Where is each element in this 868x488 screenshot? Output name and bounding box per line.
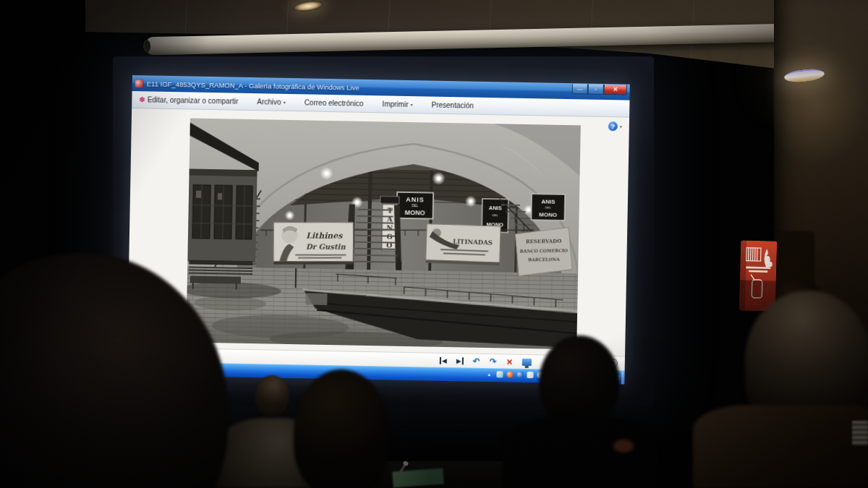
tray-blue-orb-icon[interactable] xyxy=(516,372,523,378)
reservado-wall-sign: RESERVADO BANCO COMERCIO BARCELONA xyxy=(515,227,572,275)
chevron-down-icon: ▾ xyxy=(284,100,286,105)
litinadas-billboard: LITINADAS xyxy=(425,223,501,265)
minimize-button[interactable]: — xyxy=(572,84,588,94)
fire-safety-sign xyxy=(739,240,778,311)
tray-chevron-icon[interactable]: ▴ xyxy=(488,371,493,377)
gallery-flower-icon: ✽ xyxy=(139,95,145,103)
svg-text:LITINADAS: LITINADAS xyxy=(453,238,493,247)
audience-head-silhouette xyxy=(294,369,389,488)
svg-text:DEL: DEL xyxy=(412,204,418,207)
tray-app-icon[interactable] xyxy=(496,371,503,377)
chevron-down-icon: ▾ xyxy=(410,102,412,107)
anis-del-mono-sign: ANIS DEL MONO xyxy=(531,194,565,221)
menu-correo-electronico[interactable]: Correo electrónico xyxy=(305,98,364,107)
svg-text:Lithines: Lithines xyxy=(306,231,343,241)
svg-text:ANIS: ANIS xyxy=(541,198,556,205)
svg-text:BARCELONA: BARCELONA xyxy=(528,257,560,262)
anis-del-mono-sign: ANIS DEL MONO xyxy=(396,192,433,219)
chevron-down-icon: ▾ xyxy=(620,124,622,129)
menu-edit-organize-share[interactable]: ✽ Editar, organizar o compartir xyxy=(139,95,238,106)
audience-shoulders xyxy=(693,405,868,488)
menu-presentacion[interactable]: Presentación xyxy=(431,101,474,110)
station-photograph: ANIS DEL MONO ANIS DEL MONO ANIS DEL xyxy=(186,118,581,349)
wall-lamp-glow xyxy=(765,42,868,165)
gallery-content-area: ? ▾ xyxy=(127,108,629,356)
previous-button[interactable]: ◀ xyxy=(440,357,447,364)
svg-text:DEL: DEL xyxy=(545,205,552,209)
speaker-head xyxy=(255,375,289,417)
audience-shoulders xyxy=(503,416,658,488)
svg-text:MONO: MONO xyxy=(404,209,425,217)
svg-text:ANIS: ANIS xyxy=(406,196,425,203)
tray-orange-orb-icon[interactable] xyxy=(506,372,513,378)
svg-text:N: N xyxy=(386,223,393,231)
rotate-left-button[interactable]: ↶ xyxy=(473,356,480,367)
svg-text:ANIS: ANIS xyxy=(489,205,502,211)
svg-text:MONO: MONO xyxy=(539,211,557,218)
conference-room-photo: E11 IGF_4853QYS_RAMON_A - Galería fotogr… xyxy=(0,0,868,488)
close-button[interactable]: ✕ xyxy=(604,85,627,95)
show-desktop-button[interactable] xyxy=(621,371,624,384)
lithines-billboard: Lithines Dr Gustin xyxy=(273,223,353,265)
maximize-button[interactable]: ▫ xyxy=(588,85,604,95)
svg-text:RESERVADO: RESERVADO xyxy=(526,238,562,245)
lit-hand xyxy=(613,440,634,453)
system-tray: ▴ xyxy=(488,371,543,378)
help-icon: ? xyxy=(608,121,618,131)
gallery-app-icon xyxy=(135,80,143,87)
help-button[interactable]: ? ▾ xyxy=(608,121,622,131)
papers xyxy=(852,421,868,445)
rotate-right-button[interactable]: ↷ xyxy=(490,356,497,367)
menu-imprimir[interactable]: Imprimir ▾ xyxy=(382,100,412,108)
slideshow-button[interactable] xyxy=(522,359,532,366)
svg-text:Dr Gustin: Dr Gustin xyxy=(306,243,346,251)
tray-app-icon[interactable] xyxy=(527,372,533,378)
svg-text:DEL: DEL xyxy=(493,213,499,217)
delete-button[interactable]: ✕ xyxy=(506,357,513,367)
next-button[interactable]: ▶ xyxy=(456,357,464,364)
svg-text:BANCO COMERCIO: BANCO COMERCIO xyxy=(520,248,568,254)
menu-archivo[interactable]: Archivo ▾ xyxy=(257,98,286,106)
